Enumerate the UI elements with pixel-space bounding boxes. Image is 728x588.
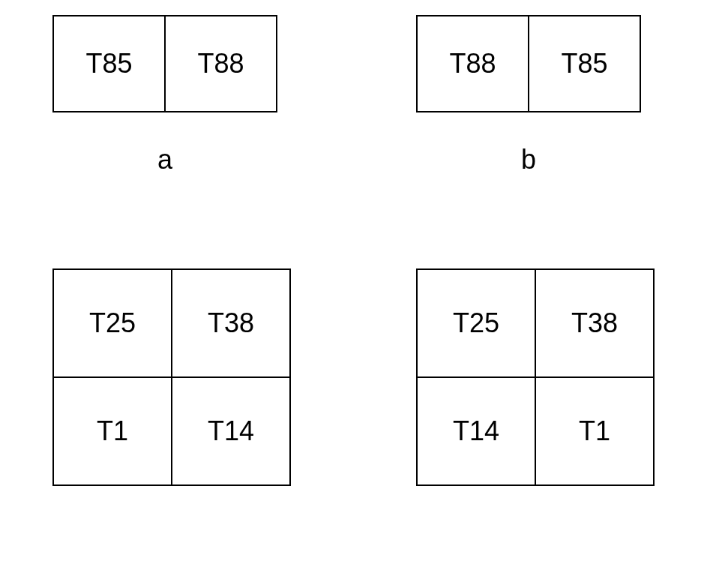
grid-b-container: T88 T85 b xyxy=(416,15,641,112)
grid-d-cell-1: T38 xyxy=(535,270,653,377)
grid-a-cell-0: T85 xyxy=(54,16,165,111)
grid-d-cell-3: T1 xyxy=(535,377,653,484)
grid-c-cell-1: T38 xyxy=(172,270,289,377)
grid-d-cell-0: T25 xyxy=(418,270,535,377)
grid-c-container: T25 T38 T1 T14 c xyxy=(52,268,291,486)
grid-b-cell-0: T88 xyxy=(418,16,529,111)
grid-d: T25 T38 T14 T1 xyxy=(416,268,655,486)
grid-b-cell-1: T85 xyxy=(529,16,640,111)
grid-b: T88 T85 xyxy=(416,15,641,112)
grid-c-cell-0: T25 xyxy=(54,270,172,377)
grid-d-cell-2: T14 xyxy=(418,377,535,484)
grid-c-cell-3: T14 xyxy=(172,377,289,484)
grid-d-container: T25 T38 T14 T1 d xyxy=(416,268,655,486)
grid-b-label: b xyxy=(416,144,641,176)
grid-c-cell-2: T1 xyxy=(54,377,172,484)
grid-a-label: a xyxy=(52,144,277,176)
grid-a-cell-1: T88 xyxy=(165,16,276,111)
grid-a: T85 T88 xyxy=(52,15,277,112)
grid-a-container: T85 T88 a xyxy=(52,15,277,112)
grid-c: T25 T38 T1 T14 xyxy=(52,268,291,486)
